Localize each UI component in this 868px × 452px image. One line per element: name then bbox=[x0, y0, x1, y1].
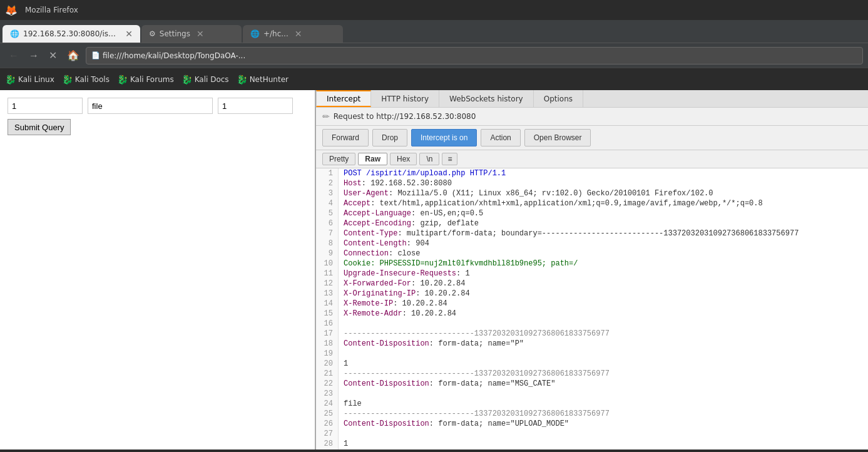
kali-forums-item[interactable]: 🐉 Kali Forums bbox=[117, 74, 174, 85]
line-content: -----------------------------13372032031… bbox=[339, 409, 868, 419]
view-newline-button[interactable]: \n bbox=[419, 153, 439, 165]
line-content: Content-Length: 904 bbox=[339, 239, 868, 249]
table-row: 2Host: 192.168.52.30:8080 bbox=[316, 178, 868, 188]
form-submit-row: Submit Query bbox=[8, 119, 307, 135]
table-row: 26Content-Disposition: form-data; name="… bbox=[316, 419, 868, 429]
kali-toolbar: 🐉 Kali Linux 🐉 Kali Tools 🐉 Kali Forums … bbox=[0, 68, 868, 90]
open-browser-button[interactable]: Open Browser bbox=[524, 129, 591, 146]
tab-http-history[interactable]: HTTP history bbox=[371, 90, 439, 107]
line-content: POST /ispirit/im/upload.php HTTP/1.1 bbox=[339, 168, 868, 178]
view-menu-button[interactable]: ≡ bbox=[442, 153, 457, 165]
kali-docs-label: Kali Docs bbox=[195, 75, 229, 84]
line-number: 12 bbox=[316, 279, 339, 289]
tab2-favicon: ⚙ bbox=[149, 29, 156, 38]
line-number: 10 bbox=[316, 259, 339, 269]
line-content: Accept: text/html,application/xhtml+xml,… bbox=[339, 198, 868, 208]
browser-tab-2[interactable]: ⚙ Settings ✕ bbox=[141, 25, 242, 43]
line-content: -----------------------------13372032031… bbox=[339, 369, 868, 379]
action-bar: Forward Drop Intercept is on Action Open… bbox=[316, 126, 868, 150]
line-content: file bbox=[339, 399, 868, 409]
drop-button[interactable]: Drop bbox=[372, 129, 407, 146]
status-bar: 192.168.52.30 bbox=[0, 449, 868, 452]
address-bar[interactable]: 📄 file:///home/kali/Desktop/TongDaOA-... bbox=[86, 47, 863, 64]
tab1-label: 192.168.52.30:8080/ispir... bbox=[23, 29, 119, 38]
tab-options[interactable]: Options bbox=[534, 90, 583, 107]
table-row: 29-----------------------------133720320… bbox=[316, 449, 868, 449]
pencil-icon: ✏ bbox=[322, 111, 330, 121]
tab-websockets-history[interactable]: WebSockets history bbox=[439, 90, 534, 107]
table-row: 1POST /ispirit/im/upload.php HTTP/1.1 bbox=[316, 168, 868, 178]
kali-tools-item[interactable]: 🐉 Kali Tools bbox=[62, 74, 110, 85]
line-number: 20 bbox=[316, 359, 339, 369]
line-content bbox=[339, 319, 868, 329]
intercept-header: ✏ Request to http://192.168.52.30:8080 bbox=[316, 108, 868, 126]
line-number: 16 bbox=[316, 319, 339, 329]
line-content bbox=[339, 429, 868, 439]
browser-favicon: 🦊 bbox=[5, 4, 18, 16]
view-pretty-button[interactable]: Pretty bbox=[322, 153, 355, 165]
table-row: 9Connection: close bbox=[316, 249, 868, 259]
tab2-close[interactable]: ✕ bbox=[197, 29, 204, 39]
table-row: 201 bbox=[316, 359, 868, 369]
tab-intercept[interactable]: Intercept bbox=[316, 90, 371, 107]
line-content: X-Remote-IP: 10.20.2.84 bbox=[339, 299, 868, 309]
line-content: Cookie: PHPSESSID=nuj2mlt0lfkvmdhbll81b9… bbox=[339, 259, 868, 269]
line-content bbox=[339, 349, 868, 359]
action-button[interactable]: Action bbox=[481, 129, 520, 146]
tab3-close[interactable]: ✕ bbox=[295, 29, 302, 39]
intercept-url: Request to http://192.168.52.30:8080 bbox=[334, 112, 476, 121]
line-number: 9 bbox=[316, 249, 339, 259]
line-content: User-Agent: Mozilla/5.0 (X11; Linux x86_… bbox=[339, 188, 868, 198]
table-row: 5Accept-Language: en-US,en;q=0.5 bbox=[316, 208, 868, 218]
line-content: Accept-Encoding: gzip, deflate bbox=[339, 218, 868, 229]
tab1-close[interactable]: ✕ bbox=[125, 29, 133, 39]
view-hex-button[interactable]: Hex bbox=[390, 153, 417, 165]
kali-linux-label: Kali Linux bbox=[18, 75, 54, 84]
browser-tab-3[interactable]: 🌐 +/hc... ✕ bbox=[243, 25, 343, 43]
nav-bar: ← → ✕ 🏠 📄 file:///home/kali/Desktop/Tong… bbox=[0, 43, 868, 68]
table-row: 15X-Remote-Addr: 10.20.2.84 bbox=[316, 309, 868, 319]
table-row: 7Content-Type: multipart/form-data; boun… bbox=[316, 229, 868, 239]
view-bar: Pretty Raw Hex \n ≡ bbox=[316, 150, 868, 168]
form-field-3[interactable] bbox=[218, 98, 293, 114]
tab-options-label: Options bbox=[544, 95, 573, 103]
forward-button[interactable]: Forward bbox=[322, 129, 369, 146]
line-content: 1 bbox=[339, 439, 868, 449]
line-content: X-Remote-Addr: 10.20.2.84 bbox=[339, 309, 868, 319]
browser-tab-1[interactable]: 🌐 192.168.52.30:8080/ispir... ✕ bbox=[3, 25, 140, 43]
stop-button[interactable]: ✕ bbox=[45, 47, 61, 64]
forward-button[interactable]: → bbox=[25, 48, 43, 64]
table-row: 281 bbox=[316, 439, 868, 449]
kali-linux-dragon-icon: 🐉 bbox=[5, 74, 16, 85]
line-content: Upgrade-Insecure-Requests: 1 bbox=[339, 269, 868, 279]
kali-tools-dragon-icon: 🐉 bbox=[62, 74, 73, 85]
table-row: 24file bbox=[316, 399, 868, 409]
tab-intercept-label: Intercept bbox=[327, 95, 360, 103]
submit-button[interactable]: Submit Query bbox=[8, 119, 71, 135]
form-field-1[interactable] bbox=[8, 98, 83, 114]
kali-docs-item[interactable]: 🐉 Kali Docs bbox=[181, 74, 229, 85]
table-row: 25-----------------------------133720320… bbox=[316, 409, 868, 419]
request-content[interactable]: 1POST /ispirit/im/upload.php HTTP/1.12Ho… bbox=[316, 168, 868, 449]
home-button[interactable]: 🏠 bbox=[63, 47, 83, 64]
form-field-2[interactable] bbox=[88, 98, 213, 114]
table-row: 19 bbox=[316, 349, 868, 359]
intercept-on-button[interactable]: Intercept is on bbox=[411, 129, 477, 146]
line-number: 11 bbox=[316, 269, 339, 279]
table-row: 18Content-Disposition: form-data; name="… bbox=[316, 339, 868, 349]
tab-http-history-label: HTTP history bbox=[381, 95, 429, 103]
table-row: 14X-Remote-IP: 10.20.2.84 bbox=[316, 299, 868, 309]
line-number: 26 bbox=[316, 419, 339, 429]
kali-tools-label: Kali Tools bbox=[75, 75, 110, 84]
tab1-favicon: 🌐 bbox=[10, 29, 19, 38]
view-raw-button[interactable]: Raw bbox=[358, 153, 387, 165]
line-number: 21 bbox=[316, 369, 339, 379]
line-content: Content-Disposition: form-data; name="P" bbox=[339, 339, 868, 349]
table-row: 3User-Agent: Mozilla/5.0 (X11; Linux x86… bbox=[316, 188, 868, 198]
line-content: -----------------------------13372032031… bbox=[339, 449, 868, 449]
line-number: 7 bbox=[316, 229, 339, 239]
tab2-label: Settings bbox=[160, 29, 190, 38]
back-button[interactable]: ← bbox=[5, 48, 23, 64]
kali-linux-item[interactable]: 🐉 Kali Linux bbox=[5, 74, 54, 85]
kali-nethunter-item[interactable]: 🐉 NetHunter bbox=[237, 74, 288, 85]
